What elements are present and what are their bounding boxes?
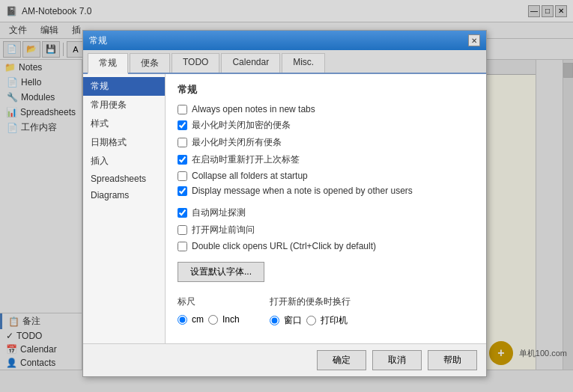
app-window: 📓 AM-Notebook 7.0 — □ ✕ 文件 编辑 插 📄 📂 💾 A …: [0, 0, 573, 392]
checkbox-minimize-all[interactable]: [178, 138, 187, 147]
dialog-close-button[interactable]: ✕: [468, 34, 480, 46]
checkbox-new-tabs[interactable]: [178, 105, 187, 114]
checkbox-row-url-2: Double click opens URL (Ctrl+Click by de…: [178, 241, 474, 251]
checkbox-label-4: Collapse all folders at startup: [192, 171, 308, 181]
checkbox-label-url-1: 打开网址前询问: [192, 224, 255, 236]
help-button[interactable]: 帮助: [428, 350, 477, 370]
checkbox-collapse-folders[interactable]: [178, 171, 187, 181]
dialog-nav-general[interactable]: 常规: [83, 77, 165, 96]
dialog-nav-insert[interactable]: 插入: [83, 152, 165, 171]
newnote-label: 打开新的便条时换行: [270, 295, 351, 308]
checkbox-label-url-0: 自动网址探测: [192, 206, 246, 219]
dialog-tab-notes[interactable]: 便条: [130, 53, 170, 73]
ruler-option-inch-label: Inch: [222, 314, 240, 325]
checkbox-row-0: Always open notes in new tabs: [178, 104, 474, 114]
checkbox-label-3: 在启动时重新打开上次标签: [192, 153, 300, 166]
dialog-nav: 常规 常用便条 样式 日期格式 插入 Spreadsheet: [83, 74, 166, 343]
dialog-tab-calendar-label: Calendar: [232, 57, 269, 67]
settings-group: 标尺 cm Inch 打开新的便条时换行: [178, 295, 474, 327]
dialog-section-title: 常规: [178, 83, 474, 97]
checkbox-row-4: Collapse all folders at startup: [178, 171, 474, 181]
newnote-group: 打开新的便条时换行 窗口 打印机: [270, 295, 351, 327]
dialog-nav-diagrams[interactable]: Diagrams: [83, 187, 165, 203]
ruler-label: 标尺: [178, 295, 240, 308]
dialog-tab-general[interactable]: 常规: [88, 53, 128, 74]
dialog-nav-dateformat[interactable]: 日期格式: [83, 133, 165, 152]
checkbox-row-5: Display message when a note is opened by…: [178, 186, 474, 196]
newnote-radio-window[interactable]: [270, 316, 279, 325]
dialog-body: 常规 常用便条 样式 日期格式 插入 Spreadsheet: [83, 74, 486, 343]
dialog-title: 常规: [89, 34, 107, 47]
checkbox-label-5: Display message when a note is opened by…: [192, 186, 413, 196]
newnote-option-printer-label: 打印机: [321, 314, 348, 327]
dialog-nav-style[interactable]: 样式: [83, 114, 165, 133]
dialog-preferences: 常规 ✕ 常规 便条 TODO Calendar Misc.: [82, 30, 487, 377]
checkbox-row-1: 最小化时关闭加密的便条: [178, 119, 474, 132]
checkbox-url-dblclick[interactable]: [178, 242, 187, 251]
checkbox-label-0: Always open notes in new tabs: [192, 104, 315, 114]
dialog-tab-misc[interactable]: Misc.: [282, 53, 325, 73]
checkbox-display-message[interactable]: [178, 186, 187, 196]
ok-button[interactable]: 确定: [317, 350, 366, 370]
dialog-tab-notes-label: 便条: [141, 58, 159, 68]
dialog-tab-misc-label: Misc.: [293, 57, 314, 67]
dialog-main-panel: 常规 Always open notes in new tabs 最小化时关闭加…: [166, 74, 486, 343]
checkbox-label-1: 最小化时关闭加密的便条: [192, 119, 291, 132]
dialog-footer: 确定 取消 帮助: [83, 343, 486, 376]
dialog-tab-calendar[interactable]: Calendar: [221, 53, 280, 73]
checkbox-label-url-2: Double click opens URL (Ctrl+Click by de…: [192, 241, 376, 251]
dialog-tab-todo-label: TODO: [183, 57, 208, 67]
dialog-nav-spreadsheets[interactable]: Spreadsheets: [83, 171, 165, 187]
newnote-option-window-label: 窗口: [284, 314, 302, 327]
checkbox-url-detect[interactable]: [178, 208, 187, 218]
checkbox-reopen-tab[interactable]: [178, 155, 187, 165]
cancel-button[interactable]: 取消: [372, 350, 422, 370]
ruler-group: 标尺 cm Inch: [178, 295, 240, 327]
newnote-radio-row: 窗口 打印机: [270, 314, 351, 327]
dialog-tab-todo[interactable]: TODO: [172, 53, 219, 73]
dialog-tab-general-label: 常规: [99, 58, 117, 68]
dialog-tabs: 常规 便条 TODO Calendar Misc.: [83, 50, 486, 74]
set-font-button[interactable]: 设置默认字体...: [178, 262, 264, 282]
ruler-radio-cm[interactable]: [178, 315, 187, 325]
dialog-title-bar: 常规 ✕: [83, 31, 486, 50]
checkbox-row-2: 最小化时关闭所有便条: [178, 136, 474, 149]
newnote-radio-printer[interactable]: [306, 316, 316, 325]
ruler-radio-row-0: cm Inch: [178, 314, 240, 325]
ruler-radio-inch[interactable]: [208, 315, 218, 325]
ruler-option-cm-label: cm: [192, 314, 204, 325]
dialog-overlay: 常规 ✕ 常规 便条 TODO Calendar Misc.: [0, 0, 573, 392]
checkbox-label-2: 最小化时关闭所有便条: [192, 136, 282, 149]
checkbox-minimize-encrypted[interactable]: [178, 120, 187, 130]
checkbox-row-url-0: 自动网址探测: [178, 206, 474, 219]
checkbox-row-url-1: 打开网址前询问: [178, 224, 474, 236]
checkbox-row-3: 在启动时重新打开上次标签: [178, 153, 474, 166]
dialog-nav-common-notes[interactable]: 常用便条: [83, 96, 165, 114]
checkbox-url-ask[interactable]: [178, 225, 187, 235]
